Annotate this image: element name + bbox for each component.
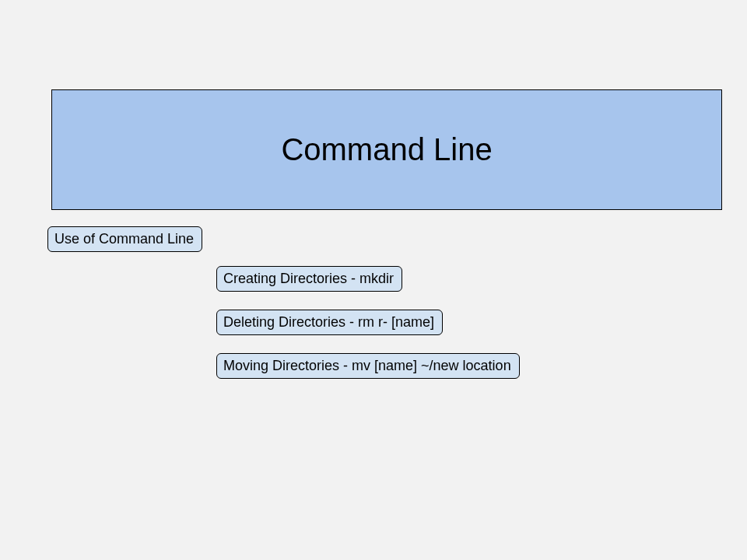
title-box: Command Line	[51, 89, 722, 210]
node-move: Moving Directories - mv [name] ~/new loc…	[216, 353, 520, 379]
title-text: Command Line	[281, 132, 492, 167]
node-create: Creating Directories - mkdir	[216, 266, 402, 292]
node-use: Use of Command Line	[47, 226, 202, 252]
node-delete: Deleting Directories - rm r- [name]	[216, 310, 443, 335]
